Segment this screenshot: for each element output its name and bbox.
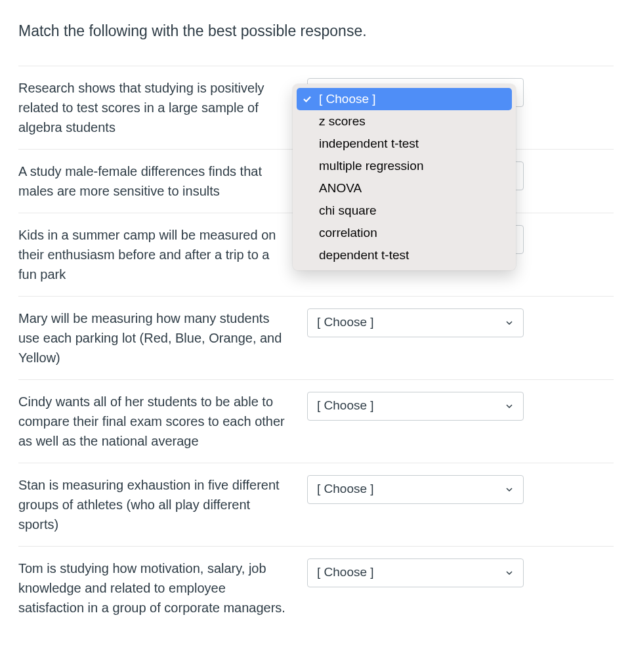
prompt-text: Cindy wants all of her students to be ab… [18, 392, 294, 451]
check-icon [301, 94, 314, 104]
option-label: ANOVA [319, 179, 362, 198]
check-icon [301, 184, 314, 193]
prompt-text: A study male-female differences finds th… [18, 161, 294, 201]
prompt-text: Stan is measuring exhaustion in five dif… [18, 475, 294, 534]
select-value: [ Choose ] [317, 396, 374, 415]
check-icon [301, 206, 314, 215]
dropdown-option[interactable]: ANOVA [297, 177, 512, 200]
option-label: independent t-test [319, 135, 419, 154]
option-label: correlation [319, 224, 377, 243]
select-value: [ Choose ] [317, 563, 374, 582]
dropdown-option[interactable]: z scores [297, 110, 512, 133]
option-label: chi square [319, 201, 377, 220]
option-label: z scores [319, 112, 366, 131]
match-row: Stan is measuring exhaustion in five dif… [18, 463, 614, 546]
dropdown-option[interactable]: correlation [297, 222, 512, 244]
chevron-down-icon [505, 485, 514, 494]
prompt-text: Mary will be measuring how many students… [18, 308, 294, 368]
dropdown-option[interactable]: [ Choose ] [297, 88, 512, 110]
check-icon [301, 117, 314, 126]
dropdown-menu[interactable]: [ Choose ] z scores independent t-test m… [293, 84, 516, 270]
check-icon [301, 161, 314, 171]
prompt-text: Kids in a summer camp will be measured o… [18, 225, 294, 284]
match-row: Cindy wants all of her students to be ab… [18, 379, 614, 463]
answer-select[interactable]: [ Choose ] [307, 558, 524, 587]
chevron-down-icon [505, 568, 514, 578]
question-stem: Match the following with the best possib… [18, 20, 614, 43]
dropdown-option[interactable]: independent t-test [297, 133, 512, 155]
option-label: multiple regression [319, 157, 423, 176]
select-value: [ Choose ] [317, 480, 374, 499]
check-icon [301, 139, 314, 148]
check-icon [301, 228, 314, 238]
match-row: Tom is studying how motivation, salary, … [18, 546, 614, 629]
option-label: dependent t-test [319, 246, 409, 265]
dropdown-option[interactable]: multiple regression [297, 155, 512, 177]
chevron-down-icon [505, 402, 514, 411]
dropdown-option[interactable]: chi square [297, 200, 512, 222]
prompt-text: Tom is studying how motivation, salary, … [18, 558, 294, 618]
select-value: [ Choose ] [317, 313, 374, 332]
match-row: Mary will be measuring how many students… [18, 296, 614, 379]
option-label: [ Choose ] [319, 90, 376, 109]
chevron-down-icon [505, 318, 514, 327]
check-icon [301, 251, 314, 260]
prompt-text: Research shows that studying is positive… [18, 78, 294, 137]
answer-select[interactable]: [ Choose ] [307, 392, 524, 421]
answer-select[interactable]: [ Choose ] [307, 308, 524, 337]
answer-select[interactable]: [ Choose ] [307, 475, 524, 504]
dropdown-option[interactable]: dependent t-test [297, 244, 512, 266]
